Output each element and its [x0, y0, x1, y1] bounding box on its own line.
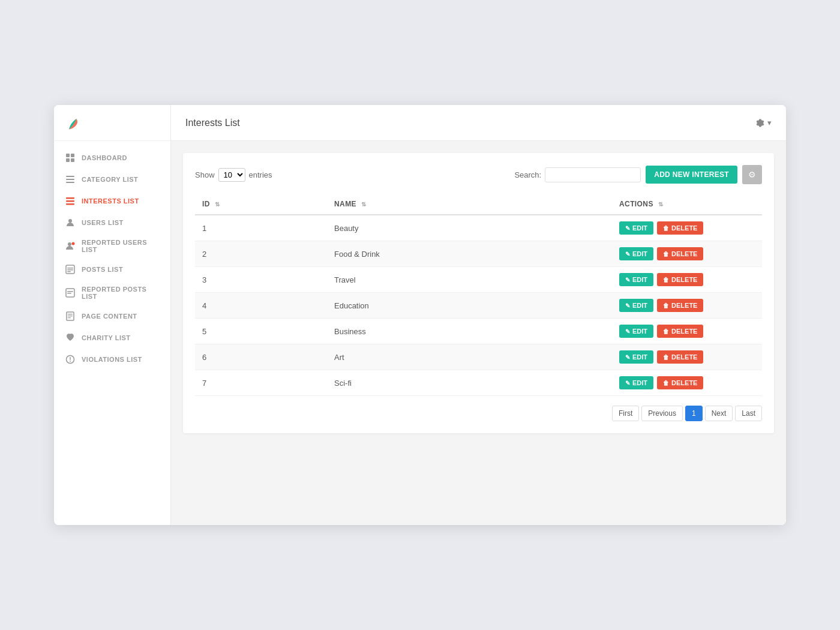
cell-name: Food & Drink — [327, 241, 612, 267]
table-row: 4Education✎ EDIT🗑 DELETE — [195, 293, 762, 319]
page-content-icon — [65, 311, 76, 322]
sidebar-item-users-list-label: USERS LIST — [82, 219, 124, 226]
svg-point-10 — [68, 219, 72, 223]
edit-button-4[interactable]: ✎ EDIT — [619, 299, 653, 312]
svg-rect-5 — [66, 179, 74, 180]
svg-rect-4 — [66, 176, 74, 177]
card-toolbar: Show 10 25 50 entries Search: A — [195, 165, 762, 184]
svg-rect-6 — [66, 182, 74, 183]
gear-icon — [755, 118, 765, 128]
cell-id: 3 — [195, 267, 327, 293]
sidebar-item-page-content-label: PAGE CONTENT — [82, 313, 137, 320]
edit-button-3[interactable]: ✎ EDIT — [619, 273, 653, 286]
sidebar-nav: DASHBOARD CATEGORY LIST INTERESTS LIST U… — [54, 141, 170, 525]
add-new-interest-button[interactable]: ADD NEW INTEREST — [646, 166, 737, 184]
table-settings-icon: ⚙ — [748, 170, 756, 179]
sidebar-item-charity-list[interactable]: CHARITY LIST — [54, 327, 170, 349]
actions-sort-icon[interactable]: ⇅ — [658, 201, 663, 208]
delete-button-6[interactable]: 🗑 DELETE — [657, 350, 703, 364]
cell-id: 1 — [195, 215, 327, 241]
svg-rect-9 — [66, 203, 74, 205]
search-group: Search: — [514, 167, 641, 182]
svg-rect-25 — [70, 357, 71, 360]
svg-rect-7 — [66, 197, 74, 199]
entries-label: entries — [249, 170, 272, 179]
delete-button-4[interactable]: 🗑 DELETE — [657, 299, 703, 312]
delete-button-5[interactable]: 🗑 DELETE — [657, 325, 703, 338]
svg-rect-19 — [67, 293, 71, 294]
cell-actions: ✎ EDIT🗑 DELETE — [612, 215, 762, 241]
sidebar-item-interests-list[interactable]: INTERESTS LIST — [54, 190, 170, 212]
app-container: DASHBOARD CATEGORY LIST INTERESTS LIST U… — [54, 105, 786, 525]
search-input[interactable] — [545, 167, 641, 182]
table-row: 1Beauty✎ EDIT🗑 DELETE — [195, 215, 762, 241]
edit-button-7[interactable]: ✎ EDIT — [619, 376, 653, 389]
pagination: First Previous 1 Next Last — [195, 406, 762, 421]
users-icon — [65, 217, 76, 228]
sidebar-item-dashboard[interactable]: DASHBOARD — [54, 147, 170, 169]
sidebar-item-dashboard-label: DASHBOARD — [82, 154, 127, 161]
reported-users-icon — [65, 241, 76, 251]
show-label: Show — [195, 170, 215, 179]
main-content: Interests List ▾ Show 10 25 — [171, 105, 786, 525]
svg-point-12 — [72, 242, 75, 245]
table-head: ID ⇅ NAME ⇅ ACTIONS ⇅ — [195, 194, 762, 215]
posts-icon — [65, 264, 76, 275]
cell-name: Sci-fi — [327, 370, 612, 396]
id-sort-icon[interactable]: ⇅ — [215, 201, 220, 208]
cell-id: 7 — [195, 370, 327, 396]
toolbar-right: Search: ADD NEW INTEREST ⚙ — [514, 165, 762, 184]
table-settings-button[interactable]: ⚙ — [742, 165, 762, 184]
col-header-name: NAME ⇅ — [327, 194, 612, 215]
delete-button-1[interactable]: 🗑 DELETE — [657, 221, 703, 235]
pagination-last[interactable]: Last — [735, 406, 762, 421]
action-buttons: ✎ EDIT🗑 DELETE — [619, 325, 755, 338]
pagination-previous[interactable]: Previous — [641, 406, 683, 421]
sidebar-item-reported-posts-list[interactable]: REPORTED POSTS LIST — [54, 280, 170, 305]
svg-rect-23 — [68, 317, 71, 318]
app-logo — [65, 115, 82, 131]
search-label: Search: — [514, 170, 541, 179]
sidebar-item-category-list[interactable]: CATEGORY LIST — [54, 169, 170, 190]
cell-name: Education — [327, 293, 612, 319]
table-row: 3Travel✎ EDIT🗑 DELETE — [195, 267, 762, 293]
interests-icon — [65, 196, 76, 206]
cell-id: 5 — [195, 319, 327, 344]
pagination-page-1[interactable]: 1 — [685, 406, 703, 421]
svg-rect-8 — [66, 200, 74, 202]
svg-rect-21 — [68, 314, 73, 314]
edit-button-1[interactable]: ✎ EDIT — [619, 221, 653, 235]
sidebar-item-page-content[interactable]: PAGE CONTENT — [54, 305, 170, 327]
edit-button-6[interactable]: ✎ EDIT — [619, 350, 653, 364]
cell-actions: ✎ EDIT🗑 DELETE — [612, 241, 762, 267]
edit-button-2[interactable]: ✎ EDIT — [619, 247, 653, 260]
table-header-row: ID ⇅ NAME ⇅ ACTIONS ⇅ — [195, 194, 762, 215]
sidebar-item-violations-list[interactable]: VIOLATIONS LIST — [54, 349, 170, 370]
delete-button-7[interactable]: 🗑 DELETE — [657, 376, 703, 389]
reported-posts-icon — [65, 287, 76, 298]
main-header: Interests List ▾ — [171, 105, 786, 141]
sidebar-item-posts-list-label: POSTS LIST — [82, 266, 123, 273]
sidebar-item-users-list[interactable]: USERS LIST — [54, 212, 170, 233]
sidebar-item-charity-list-label: CHARITY LIST — [82, 334, 131, 341]
delete-button-3[interactable]: 🗑 DELETE — [657, 273, 703, 286]
sidebar-item-violations-list-label: VIOLATIONS LIST — [82, 356, 142, 363]
delete-button-2[interactable]: 🗑 DELETE — [657, 247, 703, 260]
cell-name: Beauty — [327, 215, 612, 241]
name-sort-icon[interactable]: ⇅ — [361, 201, 366, 208]
sidebar-item-posts-list[interactable]: POSTS LIST — [54, 259, 170, 280]
pagination-first[interactable]: First — [612, 406, 639, 421]
svg-rect-18 — [67, 291, 73, 292]
col-header-id: ID ⇅ — [195, 194, 327, 215]
charity-icon — [65, 332, 76, 343]
svg-rect-14 — [67, 268, 73, 269]
entries-select[interactable]: 10 25 50 — [218, 168, 245, 182]
content-area: Show 10 25 50 entries Search: A — [171, 141, 786, 525]
cell-actions: ✎ EDIT🗑 DELETE — [612, 319, 762, 344]
sidebar-item-reported-users-list[interactable]: REPORTED USERS LIST — [54, 233, 170, 259]
pagination-next[interactable]: Next — [705, 406, 733, 421]
edit-button-5[interactable]: ✎ EDIT — [619, 325, 653, 338]
table-row: 7Sci-fi✎ EDIT🗑 DELETE — [195, 370, 762, 396]
svg-rect-16 — [67, 271, 71, 272]
settings-button[interactable]: ▾ — [755, 118, 772, 128]
